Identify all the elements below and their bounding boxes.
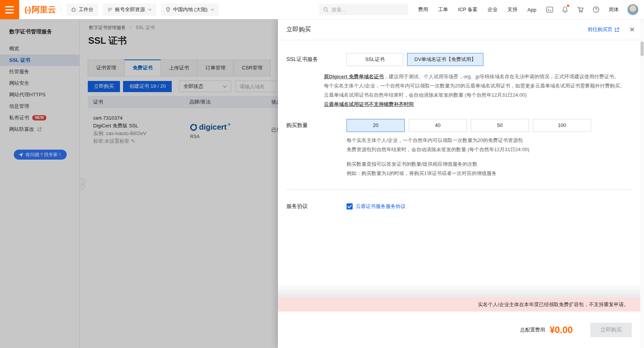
dashed-divider: [286, 190, 632, 190]
agreement-link[interactable]: 云盾证书服务服务协议: [356, 203, 406, 210]
service-type-label: SSL证书服务: [286, 53, 347, 66]
purchase-drawer: 立即购买 前往购买页 ✕ SSL证书服务 SSL证书 DV单域名证书【免费试用】…: [278, 19, 644, 348]
footer-fade: [278, 284, 644, 297]
nav-icons: [546, 6, 600, 13]
user-avatar[interactable]: [627, 4, 639, 15]
nav-menu: 费用 工单 ICP 备案 企业 支持 App: [418, 6, 536, 13]
nav-item-app[interactable]: App: [527, 7, 536, 13]
aliyun-logo-mark: (-): [25, 5, 30, 14]
chevron-down-icon: [148, 8, 152, 11]
quantity-option-20[interactable]: 20: [347, 119, 405, 132]
goto-purchase-page-link[interactable]: 前往购买页: [588, 26, 619, 33]
chevron-down-icon: [210, 8, 214, 11]
quantity-note: 购买数量是指可以签发证书的数量/提供相应增值服务的次数 例如：购买数量为1的时候…: [347, 160, 644, 178]
quota-alert: 实名个人/企业主体在本年度已经领取免费扩容包，不支持重复申请。: [278, 297, 644, 312]
option-ssl-cert[interactable]: SSL证书: [347, 53, 403, 66]
agreement-label: 服务协议: [286, 203, 347, 210]
option-dv-free-trial[interactable]: DV单域名证书【免费试用】: [407, 53, 483, 66]
quantity-option-40[interactable]: 40: [409, 119, 467, 132]
total-price: ¥0.00: [550, 325, 573, 335]
service-description: 原DIgicert 免费单域名证书，建议用于测试、个人试用等场景，org、jp等…: [324, 72, 644, 109]
resources-icon: [107, 7, 113, 12]
quantity-label: 购买数量: [286, 119, 347, 132]
aliyun-logo-text: 阿里云: [32, 4, 56, 15]
aliyun-logo[interactable]: (-) 阿里云: [25, 4, 56, 15]
drawer-body: SSL证书服务 SSL证书 DV单域名证书【免费试用】 原DIgicert 免费…: [278, 40, 644, 284]
location-icon: [166, 7, 171, 12]
drawer-header: 立即购买 前往购买页 ✕: [278, 19, 644, 40]
quantity-option-50[interactable]: 50: [471, 119, 529, 132]
divider: [61, 5, 61, 14]
agreement-row: 服务协议 云盾证书服务服务协议: [278, 203, 644, 210]
drawer-buy-button[interactable]: 立即购买: [590, 323, 632, 337]
workbench-button[interactable]: 工作台: [66, 3, 98, 16]
region-selector[interactable]: 中国内地 (大陆): [161, 3, 219, 16]
search-icon: [323, 7, 329, 12]
home-icon: [71, 7, 76, 12]
agreement-checkbox[interactable]: [347, 203, 353, 209]
drawer-footer: 总配置费用 ¥0.00 立即购买: [278, 312, 644, 348]
hamburger-menu-icon[interactable]: [0, 0, 19, 19]
external-link-icon: [614, 27, 619, 32]
drawer-title: 立即购买: [286, 26, 311, 34]
drawer-scrollbar-track: [640, 19, 644, 348]
language-switch[interactable]: 简体: [609, 6, 619, 13]
quantity-description: 每个实名主体个人/企业，一个自然年内可以领取一次数量为20的免费证书资源包 免费…: [347, 136, 644, 154]
notifications-bell-icon[interactable]: [562, 6, 568, 13]
service-type-row: SSL证书服务 SSL证书 DV单域名证书【免费试用】: [278, 53, 644, 66]
cloud-shell-icon[interactable]: [546, 7, 553, 13]
digicert-free-cert-link[interactable]: 原DIgicert 免费单域名证书: [324, 74, 384, 79]
notification-dot: [567, 5, 569, 7]
top-navbar: (-) 阿里云 工作台 账号全部资源 中国内地 (大陆) 费用 工单 ICP 备…: [0, 0, 644, 19]
cart-icon[interactable]: [577, 6, 584, 13]
nav-item-enterprise[interactable]: 企业: [488, 6, 498, 13]
drawer-scrollbar-thumb[interactable]: [641, 41, 644, 56]
total-fee-label: 总配置费用: [520, 327, 545, 333]
close-icon[interactable]: ✕: [629, 26, 635, 34]
quantity-row: 购买数量 20 40 50 100: [278, 119, 644, 132]
search-input[interactable]: [332, 7, 401, 13]
quantity-option-100[interactable]: 100: [533, 119, 591, 132]
nav-item-billing[interactable]: 费用: [418, 6, 428, 13]
nav-item-tickets[interactable]: 工单: [438, 6, 448, 13]
nav-item-icp[interactable]: ICP 备案: [458, 6, 478, 13]
no-renewal-note: 云盾单域名试用证书不支持续费补齐时间: [324, 100, 644, 109]
global-search[interactable]: [319, 4, 408, 15]
nav-item-support[interactable]: 支持: [508, 6, 518, 13]
help-icon[interactable]: [593, 6, 600, 13]
account-resources-button[interactable]: 账号全部资源: [103, 3, 156, 16]
